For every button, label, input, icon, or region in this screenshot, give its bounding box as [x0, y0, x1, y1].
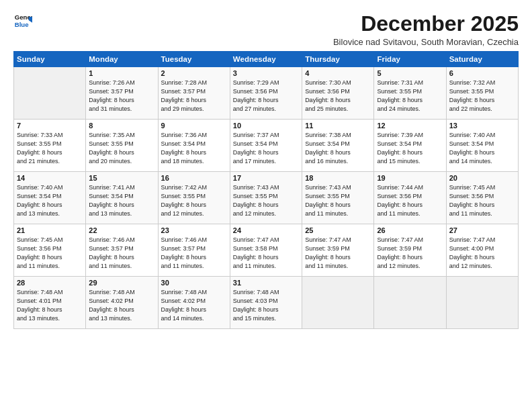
day-number: 28: [17, 279, 83, 287]
day-info: Sunrise: 7:48 AMSunset: 4:02 PMDaylight:…: [161, 288, 227, 323]
day-number: 23: [161, 226, 227, 234]
calendar-cell: 1Sunrise: 7:26 AMSunset: 3:57 PMDaylight…: [86, 67, 158, 120]
day-number: 31: [233, 279, 299, 287]
calendar-week-row: 7Sunrise: 7:33 AMSunset: 3:55 PMDaylight…: [14, 120, 519, 172]
day-number: 4: [305, 69, 371, 77]
calendar-cell: 13Sunrise: 7:40 AMSunset: 3:54 PMDayligh…: [446, 120, 518, 172]
calendar-cell: 17Sunrise: 7:43 AMSunset: 3:55 PMDayligh…: [230, 172, 302, 224]
day-info: Sunrise: 7:41 AMSunset: 3:54 PMDaylight:…: [89, 183, 154, 218]
day-number: 6: [449, 69, 515, 77]
day-number: 7: [17, 122, 83, 130]
svg-marker-2: [29, 17, 32, 23]
calendar-cell: 16Sunrise: 7:42 AMSunset: 3:55 PMDayligh…: [158, 172, 230, 224]
header-row: SundayMondayTuesdayWednesdayThursdayFrid…: [14, 52, 519, 67]
day-number: 13: [449, 122, 515, 130]
calendar-cell: 23Sunrise: 7:46 AMSunset: 3:57 PMDayligh…: [158, 224, 230, 277]
day-info: Sunrise: 7:45 AMSunset: 3:56 PMDaylight:…: [17, 236, 83, 271]
day-number: 25: [305, 226, 371, 234]
svg-text:Blue: Blue: [15, 21, 29, 28]
calendar-cell: 22Sunrise: 7:46 AMSunset: 3:57 PMDayligh…: [86, 224, 158, 277]
calendar-cell: [446, 277, 518, 329]
calendar-cell: [14, 67, 86, 120]
day-info: Sunrise: 7:47 AMSunset: 3:59 PMDaylight:…: [305, 236, 371, 271]
calendar-cell: 26Sunrise: 7:47 AMSunset: 3:59 PMDayligh…: [374, 224, 446, 277]
day-info: Sunrise: 7:40 AMSunset: 3:54 PMDaylight:…: [17, 183, 83, 218]
calendar-cell: 31Sunrise: 7:48 AMSunset: 4:03 PMDayligh…: [230, 277, 302, 329]
day-info: Sunrise: 7:48 AMSunset: 4:02 PMDaylight:…: [89, 288, 154, 323]
calendar-cell: 12Sunrise: 7:39 AMSunset: 3:54 PMDayligh…: [374, 120, 446, 172]
day-number: 27: [449, 226, 515, 234]
day-info: Sunrise: 7:33 AMSunset: 3:55 PMDaylight:…: [17, 131, 83, 166]
day-number: 14: [17, 174, 83, 182]
header: General Blue December 2025 Bilovice nad …: [13, 12, 519, 47]
day-number: 18: [305, 174, 371, 182]
day-number: 20: [449, 174, 515, 182]
calendar-cell: 3Sunrise: 7:29 AMSunset: 3:56 PMDaylight…: [230, 67, 302, 120]
calendar-cell: 29Sunrise: 7:48 AMSunset: 4:02 PMDayligh…: [86, 277, 158, 329]
day-info: Sunrise: 7:36 AMSunset: 3:54 PMDaylight:…: [161, 131, 227, 166]
day-info: Sunrise: 7:47 AMSunset: 3:59 PMDaylight:…: [377, 236, 443, 271]
day-number: 22: [89, 226, 154, 234]
day-info: Sunrise: 7:45 AMSunset: 3:56 PMDaylight:…: [449, 183, 515, 218]
day-info: Sunrise: 7:35 AMSunset: 3:55 PMDaylight:…: [89, 131, 154, 166]
calendar-cell: 18Sunrise: 7:43 AMSunset: 3:55 PMDayligh…: [302, 172, 374, 224]
day-number: 16: [161, 174, 227, 182]
header-day: Friday: [374, 52, 446, 67]
calendar-cell: 5Sunrise: 7:31 AMSunset: 3:55 PMDaylight…: [374, 67, 446, 120]
calendar-body: 1Sunrise: 7:26 AMSunset: 3:57 PMDaylight…: [14, 67, 519, 329]
day-number: 21: [17, 226, 83, 234]
calendar-cell: 14Sunrise: 7:40 AMSunset: 3:54 PMDayligh…: [14, 172, 86, 224]
header-day: Wednesday: [230, 52, 302, 67]
day-info: Sunrise: 7:31 AMSunset: 3:55 PMDaylight:…: [377, 79, 443, 113]
calendar-cell: 7Sunrise: 7:33 AMSunset: 3:55 PMDaylight…: [14, 120, 86, 172]
header-day: Thursday: [302, 52, 374, 67]
header-day: Sunday: [14, 52, 86, 67]
title-block: December 2025 Bilovice nad Svitavou, Sou…: [333, 12, 519, 47]
day-number: 9: [161, 122, 227, 130]
calendar-week-row: 14Sunrise: 7:40 AMSunset: 3:54 PMDayligh…: [14, 172, 519, 224]
day-number: 19: [377, 174, 443, 182]
day-info: Sunrise: 7:46 AMSunset: 3:57 PMDaylight:…: [89, 236, 154, 271]
calendar-cell: 20Sunrise: 7:45 AMSunset: 3:56 PMDayligh…: [446, 172, 518, 224]
calendar-header: SundayMondayTuesdayWednesdayThursdayFrid…: [14, 52, 519, 67]
day-number: 2: [161, 69, 227, 77]
calendar-cell: [302, 277, 374, 329]
day-info: Sunrise: 7:44 AMSunset: 3:56 PMDaylight:…: [377, 183, 443, 218]
header-day: Saturday: [446, 52, 518, 67]
calendar-cell: 19Sunrise: 7:44 AMSunset: 3:56 PMDayligh…: [374, 172, 446, 224]
calendar-cell: 25Sunrise: 7:47 AMSunset: 3:59 PMDayligh…: [302, 224, 374, 277]
day-info: Sunrise: 7:47 AMSunset: 4:00 PMDaylight:…: [449, 236, 515, 271]
day-number: 17: [233, 174, 299, 182]
calendar-cell: 11Sunrise: 7:38 AMSunset: 3:54 PMDayligh…: [302, 120, 374, 172]
calendar-cell: 21Sunrise: 7:45 AMSunset: 3:56 PMDayligh…: [14, 224, 86, 277]
day-info: Sunrise: 7:47 AMSunset: 3:58 PMDaylight:…: [233, 236, 299, 271]
day-info: Sunrise: 7:32 AMSunset: 3:55 PMDaylight:…: [449, 79, 515, 113]
day-number: 29: [89, 279, 154, 287]
page: General Blue December 2025 Bilovice nad …: [0, 0, 532, 411]
calendar-week-row: 28Sunrise: 7:48 AMSunset: 4:01 PMDayligh…: [14, 277, 519, 329]
calendar-cell: [374, 277, 446, 329]
day-number: 11: [305, 122, 371, 130]
day-number: 8: [89, 122, 154, 130]
day-number: 5: [377, 69, 443, 77]
day-info: Sunrise: 7:46 AMSunset: 3:57 PMDaylight:…: [161, 236, 227, 271]
day-info: Sunrise: 7:43 AMSunset: 3:55 PMDaylight:…: [305, 183, 371, 218]
day-info: Sunrise: 7:48 AMSunset: 4:01 PMDaylight:…: [17, 288, 83, 323]
calendar-cell: 10Sunrise: 7:37 AMSunset: 3:54 PMDayligh…: [230, 120, 302, 172]
day-number: 15: [89, 174, 154, 182]
day-info: Sunrise: 7:26 AMSunset: 3:57 PMDaylight:…: [89, 79, 154, 113]
calendar-cell: 9Sunrise: 7:36 AMSunset: 3:54 PMDaylight…: [158, 120, 230, 172]
day-number: 12: [377, 122, 443, 130]
day-info: Sunrise: 7:48 AMSunset: 4:03 PMDaylight:…: [233, 288, 299, 323]
calendar-cell: 15Sunrise: 7:41 AMSunset: 3:54 PMDayligh…: [86, 172, 158, 224]
day-info: Sunrise: 7:37 AMSunset: 3:54 PMDaylight:…: [233, 131, 299, 166]
calendar-table: SundayMondayTuesdayWednesdayThursdayFrid…: [13, 51, 519, 329]
calendar-week-row: 1Sunrise: 7:26 AMSunset: 3:57 PMDaylight…: [14, 67, 519, 120]
month-title: December 2025: [333, 12, 519, 36]
header-day: Tuesday: [158, 52, 230, 67]
calendar-week-row: 21Sunrise: 7:45 AMSunset: 3:56 PMDayligh…: [14, 224, 519, 277]
day-number: 1: [89, 69, 154, 77]
calendar-cell: 2Sunrise: 7:28 AMSunset: 3:57 PMDaylight…: [158, 67, 230, 120]
day-number: 24: [233, 226, 299, 234]
day-number: 10: [233, 122, 299, 130]
